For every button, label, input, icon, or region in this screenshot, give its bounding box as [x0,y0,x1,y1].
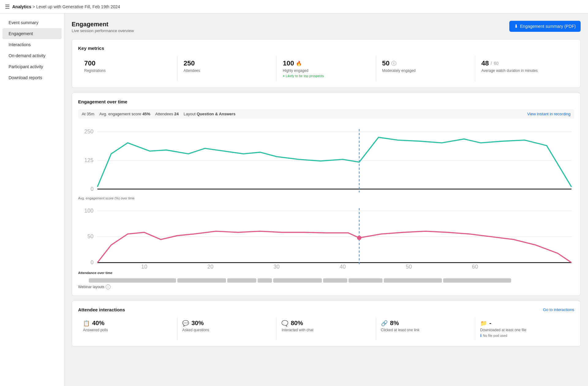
key-metrics-title: Key metrics [78,46,574,51]
sidebar-item-event-summary[interactable]: Event summary [2,17,62,28]
sidebar-item-engagement[interactable]: Engagement [2,28,62,39]
breadcrumb-text: Analytics > Level up with Generative Fil… [12,4,120,9]
moderately-engaged-number: 50 [382,59,390,67]
metric-watch-duration: 48/60 Average watch duration in minutes [475,56,574,81]
plus-icon: + [283,74,285,78]
polls-icon: 📋 [83,320,90,327]
files-sub-text: No file pod used [483,334,507,337]
interaction-chat-label: Interacted with chat [281,328,371,332]
layout-seg-6 [323,278,347,283]
watch-value-max: 60 [494,61,499,66]
page-header: Engagement Live session performance over… [72,21,581,33]
x-label-20: 20 [207,264,213,270]
main-layout: Event summary Engagement Interactions On… [0,13,588,386]
tooltip-avg-value: 45% [142,112,150,116]
metric-attendees: 250 Attendees [177,56,277,81]
interaction-links-value: 🔗 8% [381,320,470,327]
layout-seg-5 [273,278,322,283]
engagement-score-svg: 250 125 0 [78,124,574,195]
interaction-questions-value: 💬 30% [182,320,271,327]
y-label-250: 250 [84,128,93,135]
y-label-100: 100 [84,208,93,214]
sidebar-label-participant-activity: Participant activity [9,64,43,69]
y-label-0-bottom: 0 [90,259,93,265]
sidebar-item-on-demand[interactable]: On-demand activity [2,50,62,61]
interaction-links-label: Clicked at least one link [381,328,470,332]
top-bar: ☰ Analytics > Level up with Generative F… [0,0,588,13]
interactions-header: Attendee interactions Go to interactions [78,307,574,312]
attendance-svg: 100 50 0 10 20 30 4 [78,204,574,270]
layout-seg-8 [384,278,442,283]
metric-moderately-engaged-label: Moderately engaged [382,69,469,73]
link-icon: 🔗 [381,320,388,327]
interaction-polls-label: Answered polls [83,328,172,332]
info-icon-moderate[interactable]: i [391,61,396,66]
interaction-polls: 📋 40% Answered polls [78,317,177,340]
pdf-button-label: Engagement summary (PDF) [520,24,576,29]
analytics-label: Analytics [12,4,31,9]
webinar-layouts-label-text: Webinar layouts [78,285,104,289]
x-label-60: 60 [472,264,478,270]
metric-registrations-label: Registrations [84,69,171,73]
metric-registrations: 700 Registrations [78,56,177,81]
menu-icon[interactable]: ☰ [5,3,10,10]
layout-seg-4 [258,278,272,283]
engagement-score-chart: 250 125 0 Avg. engagement score (%) over… [78,124,574,200]
metric-watch-label: Average watch duration in minutes [481,69,568,73]
watch-slash: / [491,61,492,66]
sidebar-item-interactions[interactable]: Interactions [2,39,62,50]
sidebar-label-interactions: Interactions [9,42,31,47]
interaction-chat-value: 🗨️ 80% [281,320,371,327]
pdf-download-button[interactable]: ⬇ Engagement summary (PDF) [509,21,581,32]
interactions-title: Attendee interactions [78,307,125,312]
metric-highly-engaged-value: 100 🔥 [283,59,369,67]
layout-seg-9 [443,278,511,283]
view-in-recording-link[interactable]: View instant in recording [527,112,571,116]
info-icon-webinar[interactable]: i [106,284,111,289]
webinar-layouts-area: Webinar layouts i [78,278,574,289]
sidebar: Event summary Engagement Interactions On… [0,13,64,386]
tooltip-avg-score: Avg. engagement score 45% [99,112,150,116]
layout-seg-3 [227,278,256,283]
interaction-files-sub: ℹ No file pod used [480,333,569,338]
page-header-left: Engagement Live session performance over… [72,21,134,33]
tooltip-attendees-value: 24 [174,112,179,116]
sidebar-item-download-reports[interactable]: Download reports [2,72,62,83]
watch-value-main: 48 [481,59,489,67]
interaction-files-value: 📁 - [480,320,569,327]
files-value-text: - [489,320,492,327]
key-metrics-card: Key metrics 700 Registrations 250 Attend… [72,39,581,88]
sidebar-label-event-summary: Event summary [9,20,38,25]
x-label-40: 40 [340,264,346,270]
highly-engaged-sub-text: Likely to be top prospects [286,74,324,78]
questions-value-text: 30% [191,320,204,327]
metric-moderately-engaged-value: 50 i [382,59,469,67]
info-icon-files: ℹ [480,333,482,338]
chart1-label-text: Avg. engagement score (%) over time [78,196,134,200]
tooltip-time-value: At 35m [82,112,94,116]
tooltip-layout: Layout Question & Answers [184,112,236,116]
metric-attendees-label: Attendees [183,69,270,73]
metric-watch-value: 48/60 [481,59,568,67]
x-label-30: 30 [273,264,280,270]
chat-value-text: 80% [291,320,303,327]
y-label-125: 125 [84,157,93,163]
layout-seg-7 [349,278,383,283]
polls-value-text: 40% [92,320,104,327]
chart-tooltip-bar: At 35m Avg. engagement score 45% Attende… [78,109,574,119]
sidebar-label-on-demand: On-demand activity [9,53,46,58]
go-to-interactions-link[interactable]: Go to interactions [543,307,574,312]
sidebar-item-participant-activity[interactable]: Participant activity [2,61,62,72]
tooltip-layout-value: Question & Answers [197,112,236,116]
interaction-files: 📁 - Downloaded at least one file ℹ No fi… [475,317,574,340]
page-subtitle: Live session performance overview [72,28,134,33]
interaction-questions: 💬 30% Asked questions [177,317,277,340]
tooltip-layout-label: Layout [184,112,197,116]
links-value-text: 8% [390,320,399,327]
interaction-links: 🔗 8% Clicked at least one link [376,317,475,340]
breadcrumb-event: Level up with Generative Fill, Feb 19th … [36,4,120,9]
sidebar-label-download-reports: Download reports [9,75,42,80]
webinar-layouts-label: Webinar layouts i [78,284,574,289]
interaction-questions-label: Asked questions [182,328,271,332]
engagement-score-label: Avg. engagement score (%) over time [78,196,574,200]
